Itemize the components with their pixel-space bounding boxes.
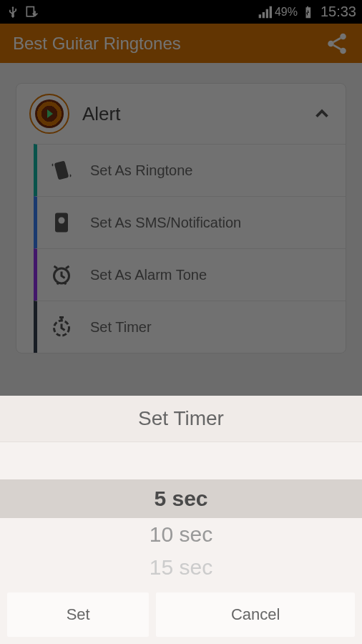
picker-option-selected[interactable]: 5 sec bbox=[0, 479, 362, 518]
timer-picker[interactable]: 5 sec 10 sec 15 sec bbox=[0, 442, 362, 585]
set-button[interactable]: Set bbox=[7, 592, 149, 637]
picker-option[interactable]: 10 sec bbox=[0, 518, 362, 551]
cancel-button[interactable]: Cancel bbox=[156, 592, 355, 637]
dialog-actions: Set Cancel bbox=[0, 585, 362, 644]
set-timer-dialog: Set Timer 5 sec 10 sec 15 sec Set Cancel bbox=[0, 396, 362, 644]
picker-option[interactable]: 15 sec bbox=[0, 551, 362, 584]
dialog-title: Set Timer bbox=[0, 396, 362, 442]
